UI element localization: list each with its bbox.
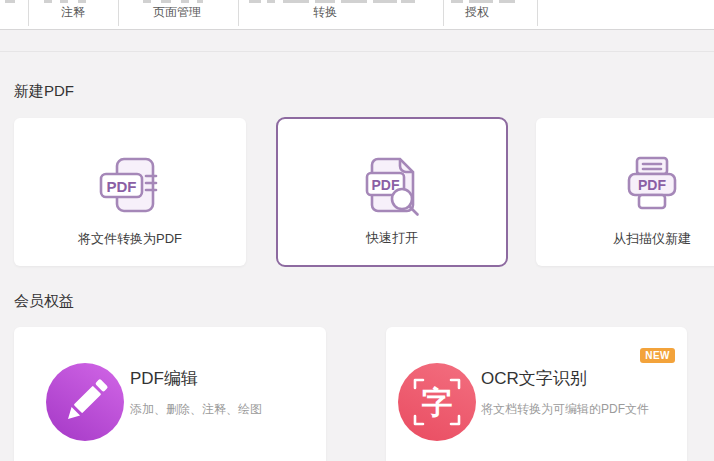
- toolbar-tab-page-management[interactable]: 页面管理: [153, 4, 201, 21]
- toolbar-icon-fragment: [143, 0, 151, 3]
- toolbar-icon-fragment: [499, 0, 515, 3]
- toolbar-tab-convert[interactable]: 转换: [313, 4, 337, 21]
- toolbar-icon-fragment: [451, 0, 463, 3]
- svg-text:PDF: PDF: [107, 178, 137, 195]
- card-label: 快速打开: [278, 229, 506, 247]
- section-title-new-pdf: 新建PDF: [14, 82, 74, 101]
- toolbar-divider: [537, 0, 538, 26]
- toolbar-icon-fragment: [44, 0, 52, 3]
- toolbar-icon-fragment: [249, 0, 261, 3]
- ocr-scan-icon: 字: [398, 363, 476, 441]
- member-card-subtitle: 将文档转换为可编辑的PDF文件: [481, 401, 649, 418]
- toolbar-icon-fragment: [373, 0, 397, 3]
- scanner-pdf-icon: PDF: [620, 154, 684, 222]
- card-convert-file-to-pdf[interactable]: PDF 将文件转换为PDF: [14, 118, 246, 266]
- card-label: 将文件转换为PDF: [14, 230, 246, 248]
- toolbar-tab-annotate[interactable]: 注释: [61, 4, 85, 21]
- toolbar-icon-fragment: [197, 0, 203, 3]
- toolbar-icon-fragment: [315, 0, 335, 3]
- member-card-subtitle: 添加、删除、注释、绘图: [130, 401, 262, 418]
- toolbar-icon-fragment: [469, 0, 493, 3]
- new-badge: NEW: [640, 348, 675, 363]
- toolbar-divider: [238, 0, 239, 26]
- card-ocr-recognition[interactable]: 字 OCR文字识别 将文档转换为可编辑的PDF文件 NEW: [386, 327, 687, 461]
- toolbar-icon-fragment: [283, 0, 309, 3]
- ribbon-bottom-edge: [0, 51, 714, 52]
- svg-text:PDF: PDF: [638, 177, 666, 193]
- pencil-icon: [46, 363, 124, 441]
- toolbar-icon-fragment: [401, 0, 415, 3]
- pdf-search-icon: PDF: [360, 154, 424, 222]
- toolbar-tab-authorize[interactable]: 授权: [465, 4, 489, 21]
- toolbar-icon-fragment: [5, 0, 15, 3]
- app-window: 注释 页面管理 转换 授权 新建PDF PDF 将文件转换为PDF: [0, 0, 714, 461]
- card-pdf-edit[interactable]: PDF编辑 添加、删除、注释、绘图: [14, 327, 326, 461]
- member-card-title: PDF编辑: [130, 367, 198, 390]
- toolbar-icon-fragment: [161, 0, 171, 3]
- member-card-title: OCR文字识别: [481, 367, 587, 390]
- card-create-from-scanner[interactable]: PDF 从扫描仪新建: [536, 118, 714, 266]
- toolbar-divider: [443, 0, 444, 26]
- toolbar-divider: [28, 0, 29, 26]
- toolbar: 注释 页面管理 转换 授权: [0, 0, 714, 30]
- toolbar-icon-fragment: [60, 0, 68, 3]
- toolbar-divider: [118, 0, 119, 26]
- card-quick-open[interactable]: PDF 快速打开: [276, 117, 508, 267]
- toolbar-icon-fragment: [78, 0, 86, 3]
- toolbar-icon-fragment: [267, 0, 275, 3]
- file-to-pdf-icon: PDF: [98, 154, 162, 222]
- card-label: 从扫描仪新建: [536, 230, 714, 248]
- toolbar-icon-fragment: [341, 0, 367, 3]
- toolbar-icon-fragment: [181, 0, 189, 3]
- section-title-member-benefits: 会员权益: [14, 292, 74, 311]
- svg-text:字: 字: [422, 385, 453, 420]
